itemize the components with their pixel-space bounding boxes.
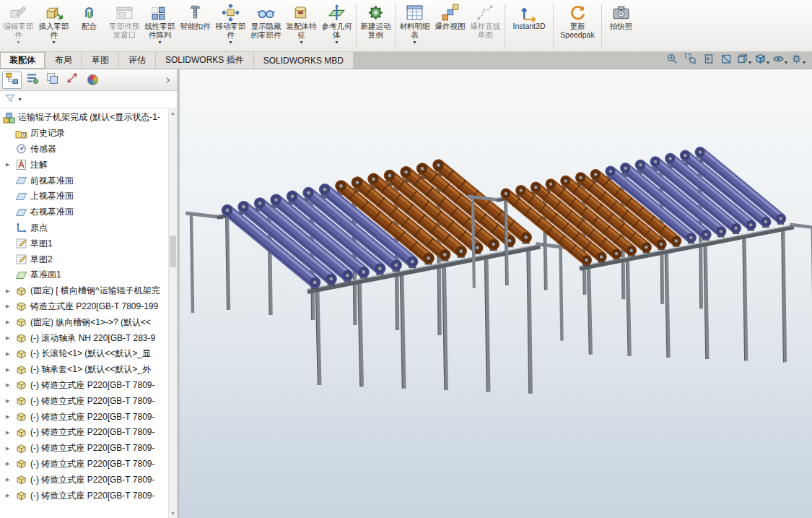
- ribbon-button-bill-of-materials[interactable]: 材料明细表▼: [397, 1, 432, 51]
- ribbon-button-label: 显示隐藏的零部件: [250, 22, 282, 39]
- assembly-icon: [3, 112, 15, 124]
- tree-item[interactable]: 右视基准面: [0, 204, 168, 220]
- command-tab-4[interactable]: SOLIDWORKS 插件: [156, 52, 254, 69]
- scroll-down-icon[interactable]: ▼: [169, 509, 177, 518]
- component-preview-window-icon: [115, 3, 134, 22]
- expand-arrow-icon[interactable]: ▶: [6, 162, 15, 168]
- tree-item[interactable]: ▶(-) 轴承套<1> (默认<<默认>_外: [0, 362, 168, 378]
- panel-tab-displaymanager[interactable]: [83, 72, 102, 89]
- graphics-area[interactable]: [180, 69, 812, 518]
- tree-item-label: (-) 铸造立式座 P220[GB-T 7809-: [30, 458, 155, 470]
- expand-arrow-icon[interactable]: ▶: [6, 430, 15, 436]
- tree-item[interactable]: 原点: [0, 220, 168, 236]
- panel-tab-dimxpertmanager[interactable]: [63, 72, 82, 89]
- view-orientation-button[interactable]: ▼: [736, 53, 752, 68]
- ribbon-button-exploded-view[interactable]: 爆炸视图: [432, 1, 468, 51]
- tree-item[interactable]: ▶铸造立式座 P220[GB-T 7809-199: [0, 299, 168, 315]
- ribbon-button-update-speedpak[interactable]: 更新 Speedpak: [555, 1, 600, 51]
- tree-item[interactable]: 历史记录: [0, 126, 168, 142]
- expand-arrow-icon[interactable]: ▶: [6, 335, 15, 341]
- command-tab-1[interactable]: 布局: [45, 52, 82, 69]
- section-view-button[interactable]: [718, 53, 734, 68]
- zoom-to-area-icon: [684, 53, 697, 68]
- display-style-button[interactable]: ▼: [754, 53, 770, 68]
- tree-scrollbar[interactable]: ▲ ▼: [168, 108, 177, 518]
- tree-item[interactable]: 上视基准面: [0, 189, 168, 204]
- tree-item[interactable]: ▶(-) 铸造立式座 P220[GB-T 7809-: [0, 393, 168, 409]
- expand-arrow-icon[interactable]: ▶: [6, 493, 15, 498]
- roller-rack-right[interactable]: [468, 147, 812, 362]
- ribbon-button-edit-component[interactable]: 编辑零部件▼: [1, 1, 36, 51]
- ribbon-button-instant3d[interactable]: Instant3D: [507, 1, 551, 51]
- scroll-up-icon[interactable]: ▲: [169, 108, 177, 118]
- expand-arrow-icon[interactable]: ▶: [6, 398, 15, 404]
- tree-item[interactable]: ▶注解: [0, 157, 168, 173]
- expand-arrow-icon[interactable]: ▶: [6, 367, 15, 373]
- command-tabs-list: 装配体布局草图评估SOLIDWORKS 插件SOLIDWORKS MBD: [0, 52, 354, 69]
- panel-tab-propertymanager[interactable]: [22, 72, 42, 89]
- insert-components-icon: [44, 3, 64, 22]
- ribbon-button-assembly-features[interactable]: 装配体特征▼: [284, 1, 319, 51]
- tree-item[interactable]: ▶(-) 长滚轮<1> (默认<<默认>_显: [0, 346, 168, 362]
- ribbon-button-component-preview-window[interactable]: 零部件预览窗口: [107, 1, 142, 51]
- expand-arrow-icon[interactable]: ▶: [6, 303, 15, 309]
- ribbon-button-label: 配合: [82, 22, 97, 31]
- expand-arrow-icon[interactable]: ▶: [6, 446, 15, 452]
- ribbon-button-explode-line-sketch[interactable]: 爆炸直线草图: [468, 1, 503, 51]
- panel-collapse-button[interactable]: [162, 73, 175, 87]
- tree-item[interactable]: ▶(-) 铸造立式座 P220[GB-T 7809-: [0, 457, 168, 472]
- zoom-to-fit-button[interactable]: [664, 53, 680, 68]
- ribbon-button-show-hidden-components[interactable]: 显示隐藏的零部件: [248, 1, 284, 51]
- ribbon-button-mate[interactable]: 配合: [71, 1, 107, 51]
- expand-arrow-icon[interactable]: ▶: [6, 288, 15, 294]
- tree-item[interactable]: ▶(固定) 纵向槽钢<1>->? (默认<<: [0, 314, 168, 330]
- ribbon-button-label: 编辑零部件: [2, 22, 35, 39]
- tree-item[interactable]: ▶(-) 铸造立式座 P220[GB-T 7809-: [0, 472, 168, 488]
- tree-item[interactable]: 前视基准面: [0, 173, 168, 189]
- tree-item[interactable]: ▶(-) 铸造立式座 P220[GB-T 7809-: [0, 425, 168, 441]
- ribbon-button-insert-components[interactable]: 插入零部件▼: [36, 1, 71, 51]
- tree-item[interactable]: ▶(-) 铸造立式座 P220[GB-T 7809-: [0, 409, 168, 425]
- tree-item-label: (-) 铸造立式座 P220[GB-T 7809-: [30, 379, 155, 392]
- tree-item[interactable]: ▶(固定) [ 横向槽钢^运输辊子机架完: [0, 283, 168, 299]
- filter-caret-icon[interactable]: ▼: [17, 97, 22, 103]
- ribbon-button-smart-fasteners[interactable]: 智能扣件: [178, 1, 213, 51]
- ribbon-button-linear-component-pattern[interactable]: 线性零部件阵列▼: [142, 1, 178, 51]
- tree-item[interactable]: 草图2: [0, 251, 168, 267]
- filter-icon[interactable]: [4, 93, 16, 106]
- command-tab-5[interactable]: SOLIDWORKS MBD: [254, 52, 354, 69]
- tree-item[interactable]: 基准面1: [0, 267, 168, 283]
- command-tab-3[interactable]: 评估: [119, 52, 156, 69]
- hide-show-items-button[interactable]: ▼: [772, 53, 788, 68]
- expand-arrow-icon[interactable]: ▶: [6, 351, 15, 357]
- command-tab-2[interactable]: 草图: [82, 52, 119, 69]
- previous-view-button[interactable]: [700, 53, 716, 68]
- tree-item[interactable]: ▶(-) 滚动轴承 NH 220[GB-T 283-9: [0, 330, 168, 346]
- section-view-icon: [720, 53, 733, 68]
- tree-item[interactable]: 草图1: [0, 236, 168, 251]
- tree-item-label: (-) 铸造立式座 P220[GB-T 7809-: [30, 490, 155, 502]
- view-settings-button[interactable]: ▼: [790, 53, 806, 68]
- tree-item[interactable]: 运输辊子机架完成 (默认<显示状态-1-: [0, 110, 168, 126]
- ribbon-button-take-snapshot[interactable]: 拍快照: [603, 1, 639, 51]
- ribbon-button-move-component[interactable]: 移动零部件▼: [213, 1, 248, 51]
- scrollbar-thumb[interactable]: [170, 236, 176, 267]
- command-tab-strip: 装配体布局草图评估SOLIDWORKS 插件SOLIDWORKS MBD ▼▼▼…: [0, 52, 812, 69]
- panel-tab-configurationmanager[interactable]: [43, 72, 62, 89]
- scene-svg[interactable]: [180, 69, 812, 518]
- expand-arrow-icon[interactable]: ▶: [6, 461, 15, 467]
- ribbon-button-label: 参考几何体: [320, 22, 353, 39]
- tree-item[interactable]: 传感器: [0, 142, 168, 157]
- tree-item[interactable]: ▶(-) 铸造立式座 P220[GB-T 7809-: [0, 441, 168, 457]
- expand-arrow-icon[interactable]: ▶: [6, 414, 15, 420]
- ribbon-button-reference-geometry[interactable]: 参考几何体▼: [319, 1, 354, 51]
- command-tab-0[interactable]: 装配体: [0, 52, 45, 69]
- expand-arrow-icon[interactable]: ▶: [6, 477, 15, 483]
- tree-item[interactable]: ▶(-) 铸造立式座 P220[GB-T 7809-: [0, 488, 168, 504]
- ribbon-button-new-motion-study[interactable]: 新建运动算例: [358, 1, 393, 51]
- zoom-to-area-button[interactable]: [682, 53, 698, 68]
- expand-arrow-icon[interactable]: ▶: [6, 319, 15, 325]
- expand-arrow-icon[interactable]: ▶: [6, 382, 15, 388]
- panel-tab-featuremanager[interactable]: [2, 72, 22, 89]
- tree-item[interactable]: ▶(-) 铸造立式座 P220[GB-T 7809-: [0, 378, 168, 394]
